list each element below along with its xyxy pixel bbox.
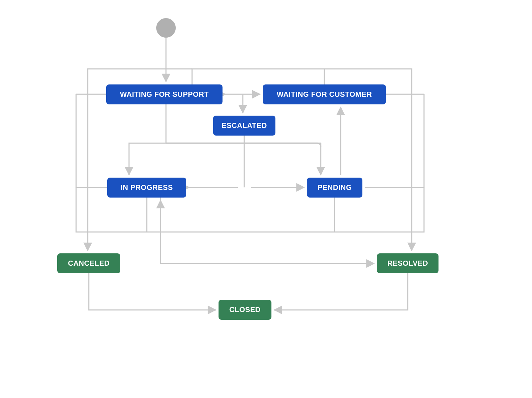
state-label: CANCELED bbox=[68, 259, 109, 268]
edge-canceled-to-closed bbox=[89, 273, 216, 310]
state-label: ESCALATED bbox=[221, 121, 267, 130]
state-closed: CLOSED bbox=[219, 300, 271, 320]
edge-to-inprogress bbox=[129, 143, 166, 175]
state-pending: PENDING bbox=[307, 178, 362, 198]
state-label: PENDING bbox=[317, 183, 352, 192]
state-waiting-for-customer: WAITING FOR CUSTOMER bbox=[263, 84, 386, 104]
state-canceled: CANCELED bbox=[57, 253, 120, 273]
edge-resolved-to-closed bbox=[274, 273, 408, 310]
state-resolved: RESOLVED bbox=[377, 253, 439, 273]
connectors-layer bbox=[0, 0, 532, 398]
state-in-progress: IN PROGRESS bbox=[107, 178, 186, 198]
state-escalated: ESCALATED bbox=[213, 116, 275, 136]
state-label: WAITING FOR SUPPORT bbox=[120, 90, 209, 99]
start-node bbox=[156, 18, 176, 38]
state-label: WAITING FOR CUSTOMER bbox=[277, 90, 372, 99]
edge-inprog-to-resolved bbox=[161, 198, 374, 264]
state-label: RESOLVED bbox=[387, 259, 428, 268]
workflow-diagram: WAITING FOR SUPPORT WAITING FOR CUSTOMER… bbox=[0, 0, 532, 398]
state-label: IN PROGRESS bbox=[121, 183, 173, 192]
state-label: CLOSED bbox=[229, 306, 261, 314]
state-waiting-for-support: WAITING FOR SUPPORT bbox=[106, 84, 223, 104]
